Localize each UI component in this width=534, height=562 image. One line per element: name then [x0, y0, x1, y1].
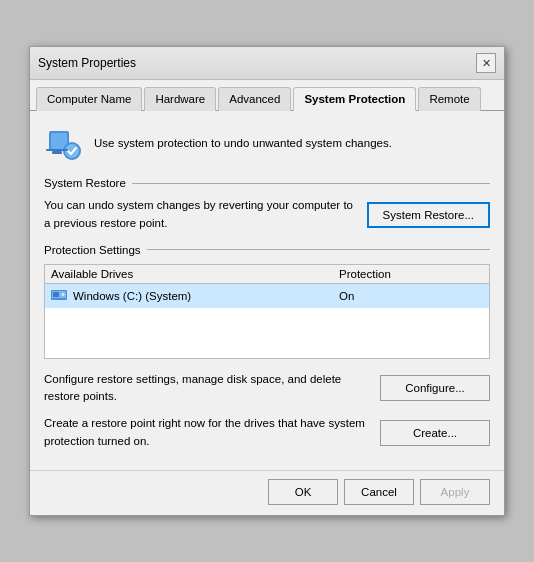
drive-protection-status: On [339, 290, 354, 302]
create-button[interactable]: Create... [380, 420, 490, 446]
ok-button[interactable]: OK [268, 479, 338, 505]
tab-remote[interactable]: Remote [418, 87, 480, 111]
protection-settings-label-row: Protection Settings [44, 244, 490, 256]
svg-rect-8 [53, 292, 59, 297]
title-bar: System Properties ✕ [30, 47, 504, 80]
create-row: Create a restore point right now for the… [44, 415, 490, 450]
create-description: Create a restore point right now for the… [44, 415, 370, 450]
drive-protection-cell: On [339, 288, 483, 304]
svg-point-9 [62, 293, 65, 296]
system-restore-label-row: System Restore [44, 177, 490, 189]
table-row[interactable]: Windows (C:) (System) On [45, 284, 489, 308]
system-properties-window: System Properties ✕ Computer Name Hardwa… [29, 46, 505, 516]
tab-hardware[interactable]: Hardware [144, 87, 216, 111]
drive-name-cell: Windows (C:) (System) [51, 288, 339, 304]
header-description: Use system protection to undo unwanted s… [94, 137, 392, 149]
table-header: Available Drives Protection [45, 265, 489, 284]
tab-content: Use system protection to undo unwanted s… [30, 111, 504, 470]
system-restore-button[interactable]: System Restore... [367, 202, 490, 228]
restore-section: You can undo system changes by reverting… [44, 197, 490, 232]
tab-bar: Computer Name Hardware Advanced System P… [30, 80, 504, 111]
system-restore-label: System Restore [44, 177, 126, 189]
cancel-button[interactable]: Cancel [344, 479, 414, 505]
header-section: Use system protection to undo unwanted s… [44, 123, 490, 163]
configure-button[interactable]: Configure... [380, 375, 490, 401]
system-protection-icon [44, 123, 84, 163]
system-restore-divider [132, 183, 490, 184]
close-button[interactable]: ✕ [476, 53, 496, 73]
footer: OK Cancel Apply [30, 470, 504, 515]
drive-name: Windows (C:) (System) [73, 290, 191, 302]
drive-icon [51, 288, 69, 304]
svg-rect-5 [52, 151, 62, 154]
tab-computer-name[interactable]: Computer Name [36, 87, 142, 111]
column-drives: Available Drives [51, 268, 339, 280]
svg-rect-4 [46, 149, 68, 151]
protection-settings-group: Protection Settings Available Drives Pro… [44, 244, 490, 359]
protection-settings-divider [147, 249, 490, 250]
apply-button[interactable]: Apply [420, 479, 490, 505]
column-protection: Protection [339, 268, 483, 280]
protection-table: Available Drives Protection [44, 264, 490, 359]
window-title: System Properties [38, 56, 136, 70]
table-empty-area [45, 308, 489, 358]
tab-system-protection[interactable]: System Protection [293, 87, 416, 111]
configure-description: Configure restore settings, manage disk … [44, 371, 370, 406]
system-restore-group: System Restore You can undo system chang… [44, 177, 490, 232]
restore-description: You can undo system changes by reverting… [44, 197, 357, 232]
tab-advanced[interactable]: Advanced [218, 87, 291, 111]
configure-row: Configure restore settings, manage disk … [44, 371, 490, 406]
protection-settings-label: Protection Settings [44, 244, 141, 256]
